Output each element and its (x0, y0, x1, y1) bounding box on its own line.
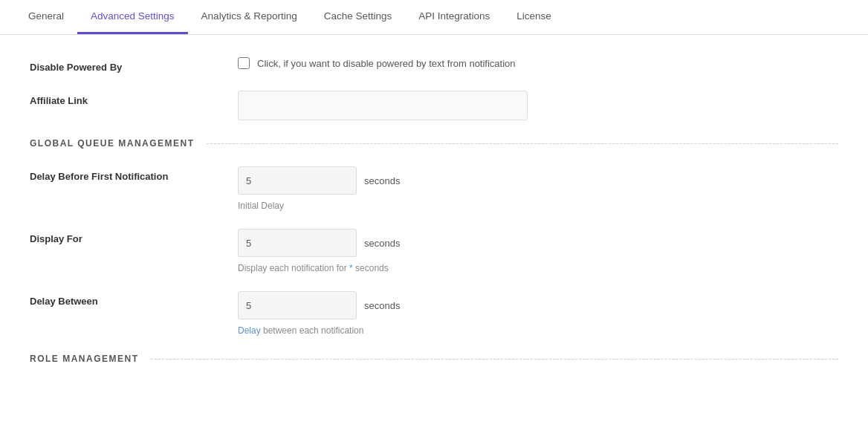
delay-between-input[interactable] (238, 291, 357, 319)
affiliate-link-label: Affiliate Link (30, 91, 238, 106)
tab-license[interactable]: License (503, 0, 565, 34)
powered-by-checkbox-row: Click, if you want to disable powered by… (238, 57, 838, 69)
tab-advanced-settings[interactable]: Advanced Settings (77, 0, 188, 34)
delay-first-help-text: Initial Delay (238, 201, 284, 211)
display-for-unit: seconds (364, 238, 400, 249)
powered-by-checkbox-label: Click, if you want to disable powered by… (257, 58, 516, 69)
tab-general[interactable]: General (15, 0, 77, 34)
role-management-divider: ROLE MANAGEMENT (30, 354, 838, 364)
display-for-input-row: seconds (238, 229, 838, 257)
display-for-help-suffix: seconds (353, 263, 389, 273)
tab-api-integrations[interactable]: API Integrations (405, 0, 503, 34)
tab-analytics-reporting[interactable]: Analytics & Reporting (188, 0, 311, 34)
powered-by-control: Click, if you want to disable powered by… (238, 57, 838, 69)
delay-between-input-row: seconds (238, 291, 838, 319)
delay-between-control: seconds Delay between each notification (238, 291, 838, 336)
delay-between-help-highlight: Delay (238, 325, 261, 336)
powered-by-checkbox[interactable] (238, 57, 250, 69)
display-for-help-prefix: Display each notification for (238, 263, 349, 273)
display-for-row: Display For seconds Display each notific… (30, 229, 838, 273)
display-for-help: Display each notification for * seconds (238, 263, 838, 273)
role-management-line (151, 359, 839, 360)
powered-by-row: Disable Powered By Click, if you want to… (30, 57, 838, 73)
delay-between-unit: seconds (364, 300, 400, 311)
delay-between-help: Delay between each notification (238, 325, 838, 336)
global-queue-title: GLOBAL QUEUE MANAGEMENT (30, 138, 195, 149)
delay-first-row: Delay Before First Notification seconds … (30, 166, 838, 211)
role-management-title: ROLE MANAGEMENT (30, 354, 139, 364)
display-for-label: Display For (30, 229, 238, 244)
tabs-bar: General Advanced Settings Analytics & Re… (0, 0, 868, 35)
tab-cache-settings[interactable]: Cache Settings (311, 0, 406, 34)
delay-between-row: Delay Between seconds Delay between each… (30, 291, 838, 336)
global-queue-line (207, 143, 838, 144)
affiliate-link-input[interactable] (238, 91, 528, 120)
delay-between-help-middle: between each notification (261, 325, 364, 336)
affiliate-link-row: Affiliate Link (30, 91, 838, 120)
display-for-control: seconds Display each notification for * … (238, 229, 838, 273)
delay-first-help: Initial Delay (238, 201, 838, 211)
delay-first-unit: seconds (364, 175, 400, 186)
global-queue-divider: GLOBAL QUEUE MANAGEMENT (30, 138, 838, 149)
delay-between-label: Delay Between (30, 291, 238, 307)
delay-first-input[interactable] (238, 166, 357, 195)
powered-by-label: Disable Powered By (30, 57, 238, 73)
delay-first-input-row: seconds (238, 166, 838, 195)
delay-first-label: Delay Before First Notification (30, 166, 238, 182)
delay-first-control: seconds Initial Delay (238, 166, 838, 211)
display-for-input[interactable] (238, 229, 357, 257)
content-area: Disable Powered By Click, if you want to… (0, 35, 868, 404)
affiliate-link-control (238, 91, 838, 120)
